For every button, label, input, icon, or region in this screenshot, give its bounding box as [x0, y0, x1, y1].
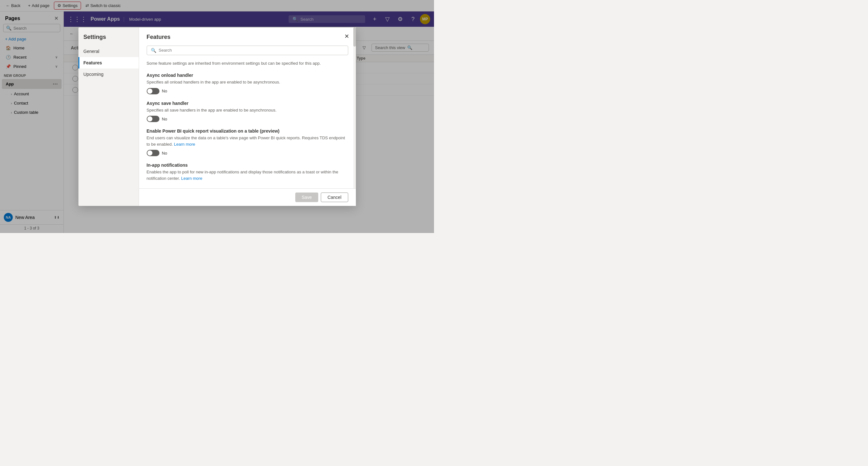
feature-async-onload-title: Async onload handler: [147, 73, 348, 78]
modal-title: Settings: [79, 34, 139, 45]
modal-footer: Save Cancel: [139, 188, 356, 206]
feature-powerbi: Enable Power BI quick report visualizati…: [147, 128, 348, 156]
features-search-icon: 🔍: [151, 48, 156, 53]
feature-notifications-desc: Enables the app to poll for new in-app n…: [147, 169, 348, 181]
feature-powerbi-toggle-label: No: [162, 151, 167, 156]
save-button[interactable]: Save: [295, 193, 318, 202]
settings-nav-features[interactable]: Features: [79, 57, 139, 69]
scrollbar-thumb[interactable]: [353, 27, 356, 46]
features-search-input[interactable]: [159, 48, 344, 53]
feature-powerbi-title: Enable Power BI quick report visualizati…: [147, 128, 348, 134]
settings-nav-general[interactable]: General: [79, 45, 139, 57]
notifications-learn-more-link[interactable]: Learn more: [181, 176, 202, 181]
feature-powerbi-desc: End users can visualize the data on a ta…: [147, 135, 348, 147]
feature-async-save-toggle-container: No: [147, 116, 348, 122]
settings-nav-upcoming[interactable]: Upcoming: [79, 69, 139, 80]
feature-powerbi-toggle-container: No: [147, 150, 348, 156]
features-search-box[interactable]: 🔍: [147, 45, 348, 55]
feature-async-onload-toggle-label: No: [162, 89, 167, 93]
feature-notifications: In-app notifications Enables the app to …: [147, 163, 348, 181]
features-description: Some feature settings are inherited from…: [147, 60, 348, 67]
feature-async-save: Async save handler Specifies all save ha…: [147, 101, 348, 123]
feature-async-onload-toggle[interactable]: [147, 88, 159, 94]
scrollbar-track[interactable]: [353, 27, 356, 206]
settings-modal: ✕ Settings General Features Upcoming Fea…: [79, 27, 356, 206]
modal-overlay: ✕ Settings General Features Upcoming Fea…: [0, 0, 434, 233]
modal-right-content: Features 🔍 Some feature settings are inh…: [139, 27, 356, 206]
features-title: Features: [147, 34, 348, 40]
feature-async-save-desc: Specifies all save handlers in the app a…: [147, 107, 348, 113]
feature-async-save-toggle-label: No: [162, 116, 167, 122]
feature-async-save-toggle[interactable]: [147, 116, 159, 122]
feature-powerbi-toggle[interactable]: [147, 150, 159, 156]
feature-notifications-title: In-app notifications: [147, 163, 348, 168]
feature-async-onload: Async onload handler Specifies all onloa…: [147, 73, 348, 94]
powerbi-learn-more-link[interactable]: Learn more: [174, 142, 195, 146]
feature-async-save-title: Async save handler: [147, 101, 348, 106]
feature-async-onload-toggle-container: No: [147, 88, 348, 94]
feature-async-onload-desc: Specifies all onload handlers in the app…: [147, 79, 348, 86]
cancel-button[interactable]: Cancel: [321, 193, 348, 202]
modal-left-nav: Settings General Features Upcoming: [79, 27, 139, 206]
